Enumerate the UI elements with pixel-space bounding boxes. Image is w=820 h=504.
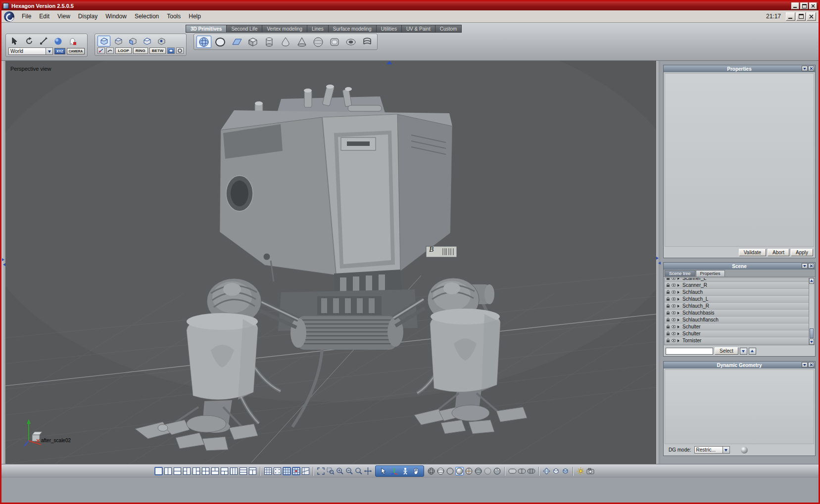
scene-tree-row[interactable]: Tornister <box>665 337 809 344</box>
cylinder-primitive-icon[interactable] <box>262 36 277 48</box>
shaded-wire-mode-icon[interactable] <box>474 467 482 475</box>
scene-tree-row[interactable]: Schulter <box>665 323 809 330</box>
abort-button[interactable]: Abort <box>768 249 789 256</box>
child-close-button[interactable] <box>807 12 816 21</box>
viewport-splitter-handle-icon[interactable] <box>386 61 392 64</box>
panel-collapse-icon[interactable] <box>802 362 808 367</box>
panel-collapse-icon[interactable] <box>802 263 808 269</box>
zoom-out-icon[interactable] <box>345 467 353 475</box>
pan-icon[interactable] <box>364 467 372 475</box>
snap-grid-icon[interactable] <box>283 467 291 475</box>
scene-tree-row[interactable]: Schlauch_R <box>665 303 809 310</box>
tab-3d-primitives[interactable]: 3D Primitives <box>186 25 227 33</box>
grid-settings-icon[interactable] <box>301 467 310 475</box>
scene-tree-row[interactable]: Schlauchbasis <box>665 310 809 317</box>
diamond-icon[interactable] <box>542 467 551 475</box>
chevron-down-icon[interactable] <box>46 47 53 55</box>
wireframe-mode-icon[interactable] <box>427 467 435 475</box>
tab-surface-modeling[interactable]: Surface modeling <box>329 25 377 33</box>
scale-tool-icon[interactable] <box>37 36 50 46</box>
scene-tree-row[interactable]: Schulter <box>665 330 809 337</box>
menu-window[interactable]: Window <box>101 11 131 21</box>
hiddenline-mode-icon[interactable] <box>436 467 445 475</box>
chevron-down-icon[interactable] <box>723 446 730 454</box>
sphere-primitive-icon[interactable] <box>196 36 211 48</box>
cursor-icon[interactable] <box>379 467 387 475</box>
viewport-canvas[interactable] <box>5 61 656 464</box>
properties-panel-header[interactable]: Properties <box>664 65 815 72</box>
rounded-cube-primitive-icon[interactable] <box>327 36 342 48</box>
layout-single-icon[interactable] <box>154 467 163 475</box>
validate-button[interactable]: Validate <box>739 249 766 256</box>
capsule-low-icon[interactable] <box>508 467 517 475</box>
scene-scrollbar[interactable] <box>809 278 814 345</box>
select-points-icon[interactable] <box>97 36 110 46</box>
layout-right-split-icon[interactable] <box>192 467 200 475</box>
menu-view[interactable]: View <box>53 11 74 21</box>
loop-button[interactable]: LOOP <box>115 47 132 54</box>
circle-primitive-icon[interactable] <box>213 36 228 48</box>
soft-selection-icon[interactable] <box>97 47 105 54</box>
snap-points-icon[interactable] <box>292 467 300 475</box>
scene-tree-row[interactable]: Schlauch <box>665 289 809 296</box>
select-next-icon[interactable] <box>749 348 756 355</box>
tab-vertex-modeling[interactable]: Vertex modeling <box>262 25 307 33</box>
dynamic-geometry-header[interactable]: Dynamic Geometry <box>664 362 815 368</box>
grid-dots-icon[interactable] <box>273 467 282 475</box>
box-ghost-icon[interactable] <box>552 467 560 475</box>
select-tool-icon[interactable] <box>8 36 21 46</box>
paint-select-icon[interactable] <box>106 47 114 54</box>
betw-button[interactable]: BETW <box>149 47 166 54</box>
layout-three-row-icon[interactable] <box>239 467 247 475</box>
menu-selection[interactable]: Selection <box>131 11 163 21</box>
flat-mode-icon[interactable] <box>446 467 454 475</box>
dg-mode-dropdown[interactable]: Restric... <box>694 446 730 454</box>
close-button[interactable] <box>809 2 817 9</box>
tab-custom[interactable]: Custom <box>435 25 462 33</box>
shrink-selection-icon[interactable] <box>176 47 184 54</box>
ghost-tool-icon[interactable] <box>66 36 79 46</box>
left-splitter[interactable] <box>1 61 5 464</box>
helix-primitive-icon[interactable] <box>360 36 375 48</box>
scene-search-input[interactable] <box>666 348 713 355</box>
cube-primitive-icon[interactable] <box>245 36 260 48</box>
select-objects-icon[interactable] <box>141 36 153 46</box>
minimize-button[interactable] <box>791 2 799 9</box>
tab-uv-paint[interactable]: UV & Paint <box>402 25 435 33</box>
box-solid-icon[interactable] <box>561 467 570 475</box>
panel-collapse-icon[interactable] <box>802 66 808 71</box>
layout-quad-icon[interactable] <box>201 467 210 475</box>
layout-two-row-icon[interactable] <box>173 467 182 475</box>
tab-scene-properties[interactable]: Properties <box>696 270 725 276</box>
transparent-mode-icon[interactable] <box>483 467 492 475</box>
light-icon[interactable] <box>577 467 585 475</box>
walk-mode-icon[interactable] <box>401 467 409 475</box>
camera-icon[interactable] <box>586 467 594 475</box>
menu-help[interactable]: Help <box>185 11 205 21</box>
scene-tree-row[interactable]: Schlauch_L <box>665 296 809 303</box>
menu-display[interactable]: Display <box>74 11 101 21</box>
splitter-arrow-icon[interactable] <box>657 262 661 265</box>
tab-scene-tree[interactable]: Scene tree <box>665 270 695 276</box>
child-minimize-button[interactable] <box>786 12 795 21</box>
layout-top-split-icon[interactable] <box>211 467 219 475</box>
layout-left-split-icon[interactable] <box>183 467 191 475</box>
textured-mode-icon[interactable] <box>465 467 473 475</box>
zoom-icon[interactable] <box>354 467 363 475</box>
rotate-tool-icon[interactable] <box>23 36 36 46</box>
manipulator-tool-icon[interactable] <box>51 36 64 46</box>
right-splitter[interactable] <box>656 61 660 464</box>
sphere-gray-primitive-icon[interactable] <box>311 36 326 48</box>
splitter-arrow-icon[interactable] <box>656 257 660 260</box>
child-restore-button[interactable] <box>796 12 806 21</box>
world-dropdown[interactable]: World <box>8 47 53 55</box>
hand-icon[interactable] <box>412 467 420 475</box>
scroll-down-icon[interactable] <box>809 339 814 345</box>
zoom-in-icon[interactable] <box>336 467 344 475</box>
tab-lines[interactable]: Lines <box>307 25 329 33</box>
menu-tools[interactable]: Tools <box>163 11 185 21</box>
apply-button[interactable]: Apply <box>791 249 813 256</box>
ring-button[interactable]: RING <box>133 47 148 54</box>
panel-close-icon[interactable] <box>808 362 814 367</box>
tab-second-life[interactable]: Second Life <box>227 25 262 33</box>
